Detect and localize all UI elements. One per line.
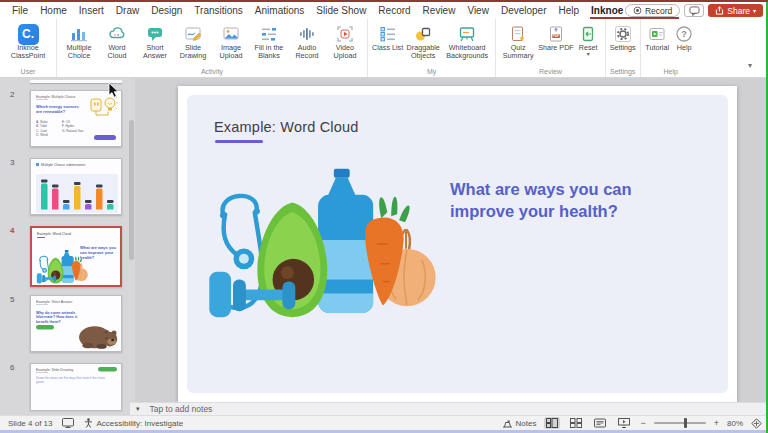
ribbon-group-label-my: My (371, 68, 492, 77)
slide-number-5: 5 (10, 295, 26, 304)
share-button[interactable]: Share ▾ (708, 4, 763, 17)
slide-title[interactable]: Example: Word Cloud (214, 119, 359, 135)
settings-button[interactable]: Settings (609, 23, 637, 53)
notes-toggle-button[interactable]: Notes (502, 419, 537, 428)
thumbnail-scrollbar-thumb[interactable] (129, 120, 134, 260)
status-bar: Slide 4 of 13 Accessibility: Investigate… (0, 415, 768, 430)
share-dropdown-chevron: ▾ (753, 7, 756, 14)
share-pdf-button[interactable]: PDF Share PDF (537, 23, 575, 53)
menu-tab-transitions[interactable]: Transitions (188, 2, 249, 19)
cloud-icon (108, 24, 126, 44)
thumb3-header: Multiple Choice submissions (41, 163, 85, 167)
reset-dropdown-chevron[interactable]: ▾ (587, 52, 590, 56)
healthy-lifestyle-illustration[interactable] (197, 155, 445, 328)
zoom-slider[interactable] (654, 422, 706, 424)
menu-tab-record[interactable]: Record (372, 2, 416, 19)
menu-tab-design[interactable]: Design (145, 2, 188, 19)
thumb6-header: Example: Slide Drawing (36, 368, 73, 372)
menu-tab-review[interactable]: Review (417, 2, 462, 19)
slide-background-card[interactable]: Example: Word Cloud What are ways you ca… (187, 95, 728, 393)
fill-in-the-blanks-button[interactable]: Fill in the Blanks (250, 23, 288, 62)
menu-tab-file[interactable]: File (6, 2, 34, 19)
menu-tab-developer[interactable]: Developer (495, 2, 553, 19)
slide-title-underline (215, 140, 263, 143)
zoom-out-button[interactable]: − (640, 418, 645, 428)
tutorial-button[interactable]: Tutorial (644, 23, 671, 53)
fit-slide-to-window-button[interactable] (751, 418, 762, 429)
menu-bar: File Home Insert Draw Design Transitions… (0, 2, 768, 19)
waveform-icon (298, 24, 316, 44)
thumbnail-slide-6[interactable]: Example: Slide Drawing Draw the areas on… (30, 363, 122, 410)
thumb4-header: Example: Word Cloud (37, 232, 71, 236)
pencil-slide-icon (184, 24, 202, 44)
slide-canvas[interactable]: Example: Word Cloud What are ways you ca… (178, 86, 737, 402)
reset-button[interactable]: Reset ▾ (575, 23, 602, 57)
notes-bar[interactable]: ▾ Tap to add notes (130, 402, 768, 415)
notes-placeholder[interactable]: Tap to add notes (150, 404, 213, 414)
ribbon-collapse-chevron[interactable]: ▾ (748, 62, 752, 70)
audio-record-button[interactable]: Audio Record (288, 23, 326, 62)
whiteboard-backgrounds-button[interactable]: Whiteboard Backgrounds (442, 23, 492, 62)
video-upload-button[interactable]: Video Upload (326, 23, 364, 62)
accessibility-status[interactable]: Accessibility: Investigate (84, 418, 183, 428)
thumbnail-slide-3[interactable]: Multiple Choice submissions (30, 158, 122, 215)
comment-bubble-icon (689, 6, 700, 16)
multiple-choice-button[interactable]: Multiple Choice (60, 23, 98, 62)
thumbnail-scrollbar[interactable] (129, 82, 134, 410)
ribbon-group-label-settings: Settings (609, 68, 637, 77)
ribbon-group-help: Tutorial ? Help Help (641, 19, 701, 77)
menu-tab-draw[interactable]: Draw (110, 2, 145, 19)
ribbon-group-label-review: Review (499, 68, 602, 77)
thumb6-caption: Draw the areas on the map that match the… (36, 376, 112, 384)
normal-view-button[interactable] (544, 417, 560, 429)
slide-number-2: 2 (10, 90, 26, 99)
slideshow-view-button[interactable] (616, 417, 632, 429)
menu-tab-help[interactable]: Help (553, 2, 586, 19)
bar-chart-icon (70, 24, 88, 44)
menu-tab-home[interactable]: Home (34, 2, 73, 19)
image-upload-button[interactable]: Image Upload (212, 23, 250, 62)
slide-question-text[interactable]: What are ways you can improve your healt… (450, 179, 670, 223)
word-cloud-button[interactable]: Word Cloud (98, 23, 136, 62)
draggable-objects-button[interactable]: Draggable Objects (404, 23, 442, 62)
ribbon-group-label-activity: Activity (60, 68, 364, 77)
thumb6-subline (36, 372, 48, 373)
help-button[interactable]: ? Help (671, 23, 698, 53)
zoom-in-button[interactable]: + (714, 418, 719, 428)
slide-drawing-button[interactable]: Slide Drawing (174, 23, 212, 62)
classpoint-button[interactable]: C. Inknoe ClassPoint (3, 23, 53, 62)
menu-tab-animations[interactable]: Animations (249, 2, 310, 19)
reading-view-button[interactable] (592, 417, 608, 429)
pdf-icon: PDF (547, 24, 565, 44)
slide-sorter-view-button[interactable] (568, 417, 584, 429)
display-settings-icon[interactable] (62, 418, 74, 428)
class-list-button[interactable]: Class List (371, 23, 404, 53)
classpoint-logo-icon: C. (18, 24, 39, 44)
thumb2-submit-pill (94, 135, 116, 140)
video-icon (336, 24, 354, 44)
powerpoint-window: File Home Insert Draw Design Transitions… (0, 0, 768, 433)
menu-tab-slide-show[interactable]: Slide Show (310, 2, 372, 19)
short-answer-button[interactable]: Short Answer (136, 23, 174, 62)
comments-button[interactable] (684, 4, 704, 17)
zoom-slider-thumb[interactable] (684, 418, 687, 428)
ribbon-group-user: C. Inknoe ClassPoint User (0, 19, 57, 77)
quiz-summary-button[interactable]: Quiz Summary (499, 23, 537, 62)
ribbon: C. Inknoe ClassPoint User Multiple Choic… (0, 19, 768, 78)
menu-tab-insert[interactable]: Insert (73, 2, 110, 19)
record-button[interactable]: Record (625, 4, 680, 17)
share-button-label: Share (727, 6, 750, 16)
list-icon (379, 24, 397, 44)
thumb2-subline (36, 99, 48, 100)
zoom-level[interactable]: 80% (727, 419, 743, 428)
speech-bubble-icon (146, 24, 164, 44)
notes-collapse-chevron[interactable]: ▾ (136, 405, 140, 413)
record-dot-icon (633, 6, 642, 15)
top-edge-line (0, 0, 768, 2)
thumbnail-slide-5[interactable]: Example: Short Answer Why do some animal… (30, 295, 122, 352)
record-button-label: Record (645, 6, 672, 16)
ribbon-group-label-user: User (3, 68, 53, 77)
thumbnail-slide-4-selected[interactable]: Example: Word Cloud What are ways you ca… (30, 226, 122, 287)
menu-tab-view[interactable]: View (461, 2, 495, 19)
slide-indicator: Slide 4 of 13 (8, 419, 52, 428)
